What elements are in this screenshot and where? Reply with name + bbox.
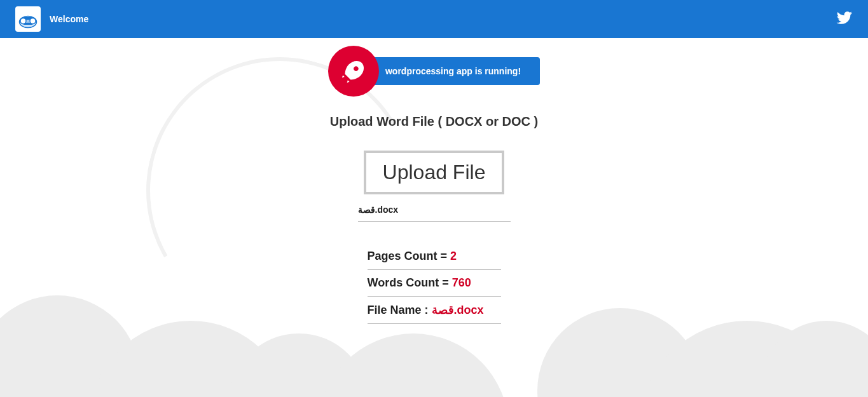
selected-filename: قصة.docx [358,205,511,222]
pages-count-value: 2 [450,250,457,262]
section-title: Upload Word File ( DOCX or DOC ) [330,114,538,129]
upload-button-label: Upload File [383,161,486,184]
words-count-label: Words Count = [368,276,452,289]
upload-file-button[interactable]: Upload File [364,151,505,194]
file-name-value: قصة.docx [432,304,484,316]
file-name-row: File Name : قصة.docx [368,297,501,324]
twitter-icon[interactable] [836,10,853,29]
pages-count-label: Pages Count = [368,250,451,262]
file-stats: Pages Count = 2 Words Count = 760 File N… [368,243,501,324]
svg-point-3 [20,18,26,24]
top-header: W Welcome [0,0,868,38]
file-name-label: File Name : [368,304,432,316]
words-count-row: Words Count = 760 [368,270,501,297]
status-banner: wordprocessing app is running! [354,57,540,85]
rocket-icon [328,46,379,97]
svg-point-4 [30,18,36,24]
words-count-value: 760 [452,276,471,289]
app-logo: W [15,6,41,32]
pages-count-row: Pages Count = 2 [368,243,501,270]
header-title: Welcome [50,14,88,24]
